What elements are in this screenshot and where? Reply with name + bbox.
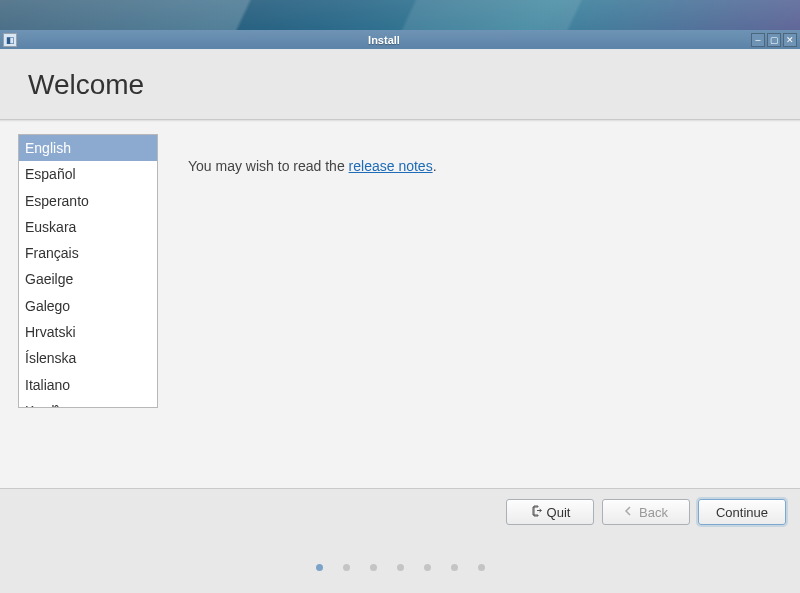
progress-dots xyxy=(0,564,800,571)
language-item[interactable]: Español xyxy=(19,161,157,187)
progress-dot xyxy=(397,564,404,571)
window-controls: – ▢ ✕ xyxy=(751,33,797,47)
language-item[interactable]: Esperanto xyxy=(19,188,157,214)
installer-header: Welcome xyxy=(0,49,800,119)
minimize-button[interactable]: – xyxy=(751,33,765,47)
back-button-label: Back xyxy=(639,505,668,520)
language-item[interactable]: Kurdî xyxy=(19,398,157,408)
language-item[interactable]: Gaeilge xyxy=(19,266,157,292)
continue-button[interactable]: Continue xyxy=(698,499,786,525)
language-item[interactable]: Íslenska xyxy=(19,345,157,371)
welcome-text-prefix: You may wish to read the xyxy=(188,158,349,174)
page-title: Welcome xyxy=(28,69,772,101)
installer-footer: Quit Back Continue xyxy=(0,489,800,593)
progress-dot xyxy=(370,564,377,571)
language-item[interactable]: Italiano xyxy=(19,372,157,398)
language-item[interactable]: English xyxy=(19,135,157,161)
progress-dot xyxy=(316,564,323,571)
progress-dot xyxy=(424,564,431,571)
quit-icon xyxy=(530,505,542,519)
quit-button[interactable]: Quit xyxy=(506,499,594,525)
window-titlebar: ◧ Install – ▢ ✕ xyxy=(0,30,800,49)
language-item[interactable]: Français xyxy=(19,240,157,266)
maximize-button[interactable]: ▢ xyxy=(767,33,781,47)
language-item[interactable]: Euskara xyxy=(19,214,157,240)
language-item[interactable]: Hrvatski xyxy=(19,319,157,345)
installer-window: Welcome EnglishEspañolEsperantoEuskaraFr… xyxy=(0,49,800,593)
language-item[interactable]: Galego xyxy=(19,293,157,319)
language-list[interactable]: EnglishEspañolEsperantoEuskaraFrançaisGa… xyxy=(18,134,158,408)
back-icon xyxy=(624,506,634,518)
progress-dot xyxy=(478,564,485,571)
progress-dot xyxy=(343,564,350,571)
welcome-text: You may wish to read the release notes. xyxy=(188,134,437,474)
continue-button-label: Continue xyxy=(716,505,768,520)
quit-button-label: Quit xyxy=(547,505,571,520)
window-title: Install xyxy=(17,34,751,46)
progress-dot xyxy=(451,564,458,571)
welcome-text-suffix: . xyxy=(433,158,437,174)
back-button[interactable]: Back xyxy=(602,499,690,525)
window-app-icon: ◧ xyxy=(3,33,17,47)
release-notes-link[interactable]: release notes xyxy=(349,158,433,174)
close-button[interactable]: ✕ xyxy=(783,33,797,47)
installer-content: EnglishEspañolEsperantoEuskaraFrançaisGa… xyxy=(0,119,800,489)
